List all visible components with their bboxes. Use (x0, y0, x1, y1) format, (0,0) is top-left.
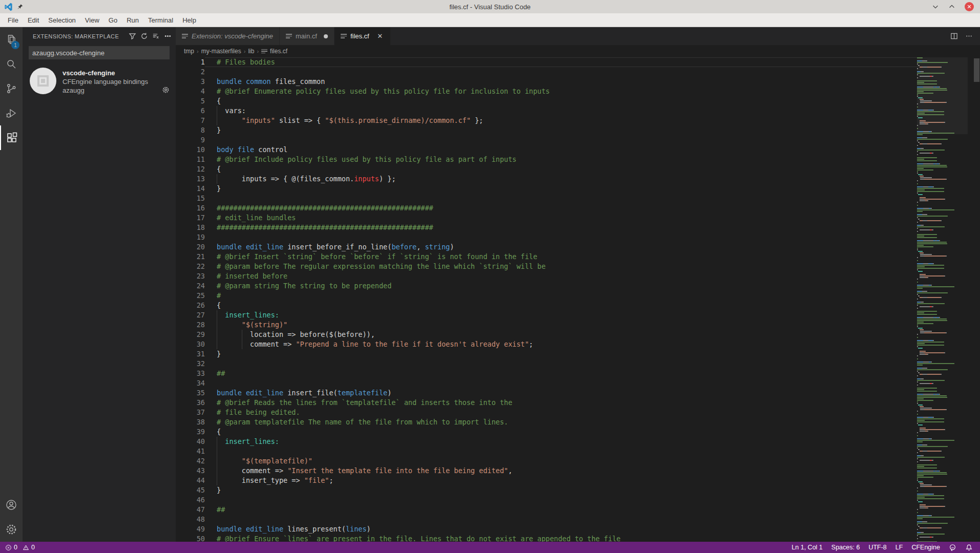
code-line-17[interactable]: 17# edit_line bundles (176, 213, 917, 223)
code-line-10[interactable]: 10body file control (176, 145, 917, 155)
code-line-43[interactable]: 43 comment => "Insert the template file … (176, 466, 917, 476)
code-line-21[interactable]: 21# @brief Insert `string` before `befor… (176, 252, 917, 262)
activity-accounts[interactable] (0, 493, 23, 517)
code-line-16[interactable]: 16######################################… (176, 203, 917, 213)
code-line-11[interactable]: 11# @brief Include policy files used by … (176, 155, 917, 164)
code-line-39[interactable]: 39{ (176, 427, 917, 437)
code-line-7[interactable]: 7 "inputs" slist => { "$(this.promise_di… (176, 116, 917, 125)
editor-scrollbar[interactable] (968, 57, 980, 542)
code-line-15[interactable]: 15 (176, 194, 917, 203)
language-indicator[interactable]: CFEngine (911, 544, 940, 551)
code-line-35[interactable]: 35bundle edit_line insert_file(templatef… (176, 388, 917, 398)
encoding-indicator[interactable]: UTF-8 (868, 544, 886, 551)
more-actions-icon[interactable] (164, 32, 172, 40)
code-line-23[interactable]: 23# inserted before (176, 271, 917, 281)
line-col-indicator[interactable]: Ln 1, Col 1 (791, 544, 822, 551)
minimize-button[interactable] (932, 3, 939, 10)
problems-indicator[interactable]: 0 0 (5, 544, 35, 551)
code-line-25[interactable]: 25# (176, 291, 917, 301)
extension-list-item[interactable]: vscode-cfengine CFEngine language bindin… (23, 63, 176, 99)
code-line-24[interactable]: 24# @param string The string to be prepe… (176, 281, 917, 291)
code-line-42[interactable]: 42 "$(templatefile)" (176, 456, 917, 466)
code-line-3[interactable]: 3bundle common files_common (176, 77, 917, 87)
clear-results-icon[interactable] (152, 32, 160, 40)
menu-go[interactable]: Go (104, 14, 122, 26)
code-line-28[interactable]: 28 "$(string)" (176, 320, 917, 330)
code-line-47[interactable]: 47## (176, 505, 917, 515)
code-line-4[interactable]: 4# @brief Enumerate policy files used by… (176, 87, 917, 96)
more-actions-icon[interactable] (965, 32, 973, 40)
code-line-6[interactable]: 6 vars: (176, 106, 917, 116)
editor[interactable]: 1# Files bodies23bundle common files_com… (176, 57, 980, 542)
code-line-26[interactable]: 26{ (176, 301, 917, 310)
modified-dot-icon[interactable] (324, 34, 328, 38)
activity-extensions[interactable] (0, 125, 23, 150)
scrollbar-thumb[interactable] (974, 58, 979, 82)
code-line-40[interactable]: 40 insert_lines: (176, 437, 917, 446)
minimap-slider[interactable] (917, 57, 968, 134)
code-line-46[interactable]: 46 (176, 495, 917, 505)
minimap[interactable] (917, 57, 968, 542)
code-line-50[interactable]: 50# @brief Ensure `lines` are present in… (176, 534, 917, 542)
tab-files-cf[interactable]: files.cf✕ (335, 27, 391, 45)
menu-selection[interactable]: Selection (44, 14, 80, 26)
breadcrumb-item-lib[interactable]: lib (248, 48, 254, 55)
code-area[interactable]: 1# Files bodies23bundle common files_com… (176, 57, 917, 542)
code-line-30[interactable]: 30 comment => "Prepend a line to the fil… (176, 339, 917, 349)
menu-terminal[interactable]: Terminal (143, 14, 178, 26)
menu-file[interactable]: File (3, 14, 23, 26)
breadcrumb-item-files.cf[interactable]: files.cf (270, 48, 287, 55)
code-line-45[interactable]: 45} (176, 485, 917, 495)
extension-manage-gear-icon[interactable] (162, 86, 170, 94)
menu-run[interactable]: Run (122, 14, 143, 26)
code-line-41[interactable]: 41 (176, 446, 917, 456)
refresh-icon[interactable] (140, 32, 148, 40)
code-line-31[interactable]: 31} (176, 349, 917, 359)
bell-icon[interactable] (965, 544, 973, 551)
tab-main-cf[interactable]: main.cf (280, 27, 335, 45)
code-line-37[interactable]: 37# file being edited. (176, 408, 917, 417)
code-line-1[interactable]: 1# Files bodies (176, 57, 917, 67)
activity-run-debug[interactable] (0, 101, 23, 125)
maximize-button[interactable] (948, 3, 955, 10)
activity-source-control[interactable] (0, 76, 23, 101)
code-line-9[interactable]: 9 (176, 135, 917, 145)
code-line-18[interactable]: 18######################################… (176, 223, 917, 232)
code-line-2[interactable]: 2 (176, 67, 917, 77)
code-line-49[interactable]: 49bundle edit_line lines_present(lines) (176, 524, 917, 534)
code-line-38[interactable]: 38# @param templatefile The name of the … (176, 417, 917, 427)
code-line-20[interactable]: 20bundle edit_line insert_before_if_no_l… (176, 242, 917, 252)
code-line-5[interactable]: 5{ (176, 96, 917, 106)
code-line-8[interactable]: 8} (176, 125, 917, 135)
code-line-44[interactable]: 44 insert_type => "file"; (176, 476, 917, 485)
code-line-27[interactable]: 27 insert_lines: (176, 310, 917, 320)
eol-indicator[interactable]: LF (895, 544, 903, 551)
code-line-22[interactable]: 22# @param before The regular expression… (176, 262, 917, 271)
menu-view[interactable]: View (80, 14, 104, 26)
code-line-32[interactable]: 32 (176, 359, 917, 369)
breadcrumb-item-tmp[interactable]: tmp (184, 48, 194, 55)
extensions-search-input[interactable] (29, 47, 169, 59)
breadcrumb-item-my-masterfiles[interactable]: my-masterfiles (201, 48, 241, 55)
tab-extension-vscode-cfengine[interactable]: Extension: vscode-cfengine (176, 27, 280, 45)
code-line-13[interactable]: 13 inputs => { @(files_common.inputs) }; (176, 174, 917, 184)
feedback-icon[interactable] (949, 544, 956, 551)
code-line-48[interactable]: 48 (176, 515, 917, 524)
activity-explorer[interactable]: 1 (0, 27, 23, 52)
code-line-33[interactable]: 33## (176, 369, 917, 378)
split-editor-icon[interactable] (950, 32, 958, 40)
code-line-36[interactable]: 36# @brief Reads the lines from `templat… (176, 398, 917, 408)
code-line-19[interactable]: 19 (176, 232, 917, 242)
menu-edit[interactable]: Edit (23, 14, 44, 26)
menu-help[interactable]: Help (178, 14, 201, 26)
indent-indicator[interactable]: Spaces: 6 (831, 544, 860, 551)
activity-search[interactable] (0, 52, 23, 76)
close-tab-icon[interactable]: ✕ (376, 32, 384, 40)
filter-icon[interactable] (129, 32, 136, 40)
code-line-14[interactable]: 14} (176, 184, 917, 194)
code-line-12[interactable]: 12{ (176, 164, 917, 174)
code-line-29[interactable]: 29 location => before($(before)), (176, 330, 917, 339)
code-line-34[interactable]: 34 (176, 378, 917, 388)
activity-settings[interactable] (0, 517, 23, 542)
close-window-button[interactable]: ✕ (965, 2, 974, 11)
